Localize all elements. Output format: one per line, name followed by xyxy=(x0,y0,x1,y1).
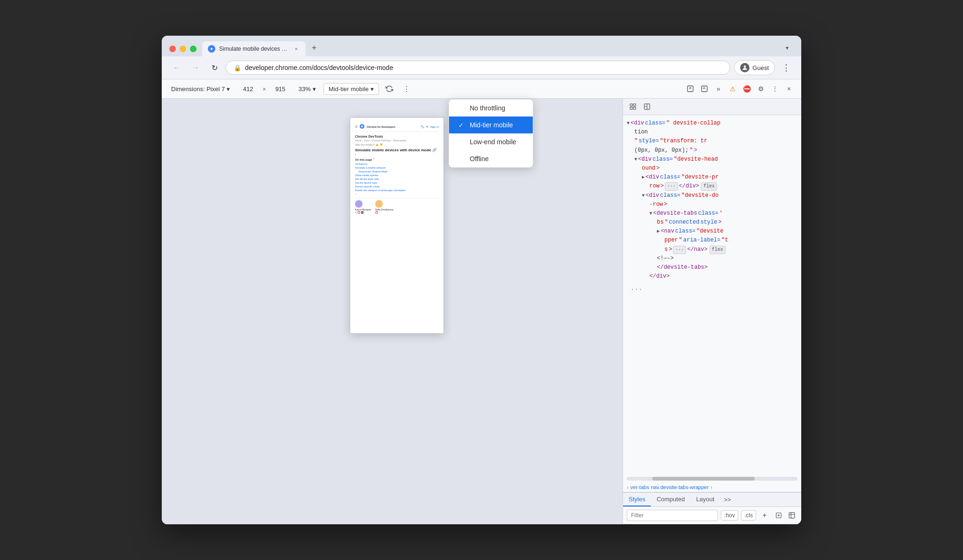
toc-item-media: Show media queries xyxy=(355,173,439,177)
tab-styles[interactable]: Styles xyxy=(623,493,651,506)
code-line-6: ound> xyxy=(627,164,797,173)
toc-title: On this page ˅ xyxy=(355,158,439,161)
reload-button[interactable]: ↻ xyxy=(207,60,222,75)
tab-close-button[interactable]: × xyxy=(292,45,300,53)
page-breadcrumb: Home›Docs›Chrome DevTools›More panels xyxy=(355,139,439,142)
breadcrumb-left-arrow[interactable]: ‹ xyxy=(627,484,629,490)
code-line-7: ▶ <div class="devsite-pr xyxy=(627,173,797,182)
tab-computed[interactable]: Computed xyxy=(651,493,690,506)
throttle-option-mid-tier[interactable]: ✓ Mid-tier mobile xyxy=(449,117,533,133)
flex-badge-1: flex xyxy=(701,182,717,191)
author1-icons: 𝕏 ⭕ 🅰 xyxy=(355,211,371,214)
code-line-8: row> ··· </div> flex xyxy=(627,182,797,191)
zoom-selector[interactable]: 33% ▾ xyxy=(295,84,320,94)
toc-item-limitations: Limitations xyxy=(355,162,439,166)
collapse-icon-3[interactable]: ▶ xyxy=(642,174,645,181)
more-options-icon[interactable]: ⋮ xyxy=(400,82,413,95)
panel-bottom-tabs: Styles Computed Layout >> xyxy=(623,492,801,507)
throttle-dropdown: No throttling ✓ Mid-tier mobile Low-end … xyxy=(449,99,533,168)
width-input[interactable]: 412 xyxy=(237,85,259,93)
profile-button[interactable]: Guest xyxy=(734,60,775,75)
add-style-rule-icon[interactable]: + xyxy=(759,510,770,521)
settings-icon[interactable]: ⚙ xyxy=(754,82,767,95)
address-bar[interactable]: 🔒 developer.chrome.com/docs/devtools/dev… xyxy=(226,61,730,75)
dimension-separator: × xyxy=(262,86,266,93)
profile-label: Guest xyxy=(752,64,769,71)
panel-selector-icon[interactable] xyxy=(627,101,639,113)
code-line-1: ▼ <div class=" devsite-collap xyxy=(627,119,797,128)
pseudo-states-button[interactable]: :hov xyxy=(721,510,738,521)
author2-avatar xyxy=(375,200,383,208)
panel-more-icon[interactable]: ⋮ xyxy=(768,82,781,95)
rotate-icon[interactable] xyxy=(383,82,396,95)
ellipsis-btn-2[interactable]: ··· xyxy=(673,246,686,254)
svg-rect-10 xyxy=(633,107,636,109)
devtools-panel: ▼ <div class=" devsite-collap tion " sty… xyxy=(623,99,801,524)
breadcrumb-right-arrow[interactable]: › xyxy=(710,484,712,490)
tab-layout[interactable]: Layout xyxy=(690,493,720,506)
svg-rect-7 xyxy=(630,104,632,106)
throttle-selector[interactable]: Mid-tier mobile ▾ xyxy=(324,83,379,95)
console-panel-icon[interactable] xyxy=(698,82,711,95)
device-content: ☰ Chrome for Developers 🔍 ✦ Sign in Chro… xyxy=(350,118,443,333)
dimensions-arrow-icon: ▾ xyxy=(227,86,230,93)
devtools-toolbar: Dimensions: Pixel 7 ▾ 412 × 915 33% ▾ Mi… xyxy=(162,79,801,99)
close-button[interactable] xyxy=(169,46,176,52)
code-line-5: ▼ <div class="devsite-head xyxy=(627,155,797,164)
throttle-option-no-throttling[interactable]: No throttling xyxy=(449,100,533,117)
maximize-button[interactable] xyxy=(190,46,197,52)
collapse-icon-5[interactable]: ▼ xyxy=(649,210,652,218)
toc-item-type: Set the device type xyxy=(355,181,439,185)
layout-view-icon[interactable] xyxy=(786,510,797,521)
breadcrumb-nav-wrapper[interactable]: nav.devsite-tabs-wrapper xyxy=(651,484,709,490)
tab-dropdown-icon[interactable]: ▾ xyxy=(781,41,794,54)
dimensions-selector[interactable]: Dimensions: Pixel 7 ▾ xyxy=(167,84,234,94)
elements-panel-icon[interactable] xyxy=(684,82,697,95)
error-icon[interactable]: ⛔ xyxy=(740,82,753,95)
toc-item-rotate: Rotate the viewport to landscape orienta… xyxy=(355,188,439,192)
force-state-icon[interactable] xyxy=(773,510,784,521)
warning-icon[interactable]: ⚠ xyxy=(726,82,739,95)
tab-title: Simulate mobile devices with xyxy=(219,46,289,52)
forward-button[interactable]: → xyxy=(188,60,203,75)
tab-favicon xyxy=(208,45,215,53)
dots-area: ... xyxy=(627,281,797,295)
more-tabs-icon[interactable]: >> xyxy=(720,493,734,506)
scrollbar-thumb xyxy=(652,477,755,481)
height-input[interactable]: 915 xyxy=(270,85,291,93)
back-button[interactable]: ← xyxy=(169,60,184,75)
dimensions-label: Dimensions: Pixel 7 xyxy=(171,86,225,93)
throttle-option-low-end[interactable]: Low-end mobile xyxy=(449,133,533,150)
code-line-3: " style="transform: tr xyxy=(627,137,797,146)
more-panels-icon[interactable]: » xyxy=(712,82,725,95)
ellipsis-btn-1[interactable]: ··· xyxy=(665,182,678,191)
nav-bar: ← → ↻ 🔒 developer.chrome.com/docs/devtoo… xyxy=(162,56,801,79)
url-text: developer.chrome.com/docs/devtools/devic… xyxy=(245,64,722,71)
no-throttling-label: No throttling xyxy=(470,104,505,112)
toc-item-specific: Device-specific mode xyxy=(355,185,439,188)
tab-bar: Simulate mobile devices with × + ▾ xyxy=(202,41,794,56)
cls-button[interactable]: .cls xyxy=(741,510,756,521)
svg-point-1 xyxy=(211,48,213,50)
flex-badge-2: flex xyxy=(710,246,726,254)
browser-menu-button[interactable]: ⋮ xyxy=(779,60,794,75)
collapse-icon-2[interactable]: ▼ xyxy=(634,156,637,163)
panel-layout-icon[interactable] xyxy=(641,101,653,113)
active-tab[interactable]: Simulate mobile devices with × xyxy=(202,41,306,56)
new-tab-button[interactable]: + xyxy=(308,41,321,54)
breadcrumb-ver-tabs[interactable]: ver-tabs xyxy=(631,484,649,490)
more-items: ... xyxy=(355,192,439,195)
styles-filter-input[interactable] xyxy=(627,510,718,521)
throttle-option-offline[interactable]: Offline xyxy=(449,150,533,167)
toc-item-viewport: Simulate a mobile viewport xyxy=(355,166,439,170)
collapse-icon-6[interactable]: ▶ xyxy=(657,228,660,235)
collapse-icon-4[interactable]: ▼ xyxy=(642,192,645,200)
panel-toolbar xyxy=(623,99,801,115)
code-view[interactable]: ▼ <div class=" devsite-collap tion " sty… xyxy=(623,115,801,475)
minimize-button[interactable] xyxy=(180,46,186,52)
collapse-icon[interactable]: ▼ xyxy=(627,120,630,127)
code-line-17: </devsite-tabs> xyxy=(627,263,797,272)
horizontal-scrollbar[interactable] xyxy=(627,477,797,481)
close-devtools-icon[interactable]: × xyxy=(782,82,796,95)
page-content: ☰ Chrome for Developers 🔍 ✦ Sign in Chro… xyxy=(350,118,443,218)
